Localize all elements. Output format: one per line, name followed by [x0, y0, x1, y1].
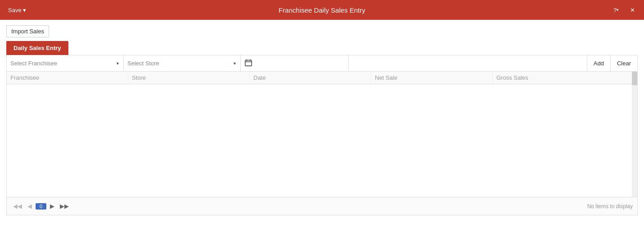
- close-icon: ✕: [630, 7, 635, 14]
- col-header-gross-sales: Gross Sales: [493, 72, 637, 84]
- toolbar-area: Import Sales: [6, 25, 638, 37]
- col-header-net-sale: Net Sale: [371, 72, 493, 84]
- import-sales-button[interactable]: Import Sales: [6, 25, 49, 37]
- no-items-text: No items to display: [587, 203, 633, 210]
- data-table: Franchisee Store Date Net Sale Gross Sal…: [6, 71, 638, 197]
- store-dropdown-icon: [233, 61, 237, 66]
- save-button[interactable]: Save ▾: [5, 5, 29, 15]
- next-page-button[interactable]: ▶: [48, 202, 56, 210]
- add-button[interactable]: Add: [587, 55, 611, 71]
- add-label: Add: [594, 60, 604, 67]
- header-title-container: Franchisee Daily Sales Entry: [279, 6, 365, 14]
- page-title: Franchisee Daily Sales Entry: [279, 6, 365, 14]
- calendar-icon: [244, 59, 252, 68]
- save-label: Save: [8, 7, 22, 14]
- tab-daily-sales-entry[interactable]: Daily Sales Entry: [6, 41, 68, 55]
- last-page-button[interactable]: ▶▶: [58, 202, 71, 210]
- col-header-date: Date: [250, 72, 371, 84]
- app-header: Save ▾ Franchisee Daily Sales Entry ? ▾ …: [0, 0, 644, 20]
- help-icon: ?: [613, 7, 617, 14]
- col-header-franchisee: Franchisee: [7, 72, 128, 84]
- prev-page-icon: ◀: [27, 203, 32, 210]
- help-caret: ▾: [617, 8, 619, 12]
- date-picker[interactable]: [241, 55, 349, 71]
- filter-action-buttons: Add Clear: [587, 55, 637, 71]
- table-header-row: Franchisee Store Date Net Sale Gross Sal…: [7, 72, 637, 84]
- store-select[interactable]: Select Store: [124, 55, 241, 71]
- franchisee-placeholder: Select Franchisee: [10, 60, 114, 67]
- pagination-controls: ◀◀ ◀ 0 ▶ ▶▶: [11, 202, 71, 210]
- header-right: ? ▾ ✕: [610, 4, 639, 16]
- scrollbar-thumb[interactable]: [632, 72, 637, 85]
- svg-rect-0: [245, 60, 252, 66]
- no-items-message: No items to display: [587, 203, 633, 210]
- clear-label: Clear: [617, 60, 631, 67]
- first-page-button[interactable]: ◀◀: [11, 202, 24, 210]
- last-page-icon: ▶▶: [60, 203, 69, 210]
- main-content: Import Sales Daily Sales Entry Select Fr…: [0, 20, 644, 221]
- tab-bar: Daily Sales Entry: [6, 41, 638, 55]
- clear-button[interactable]: Clear: [611, 55, 637, 71]
- prev-page-button[interactable]: ◀: [26, 202, 34, 210]
- scrollbar-track[interactable]: [632, 72, 637, 197]
- pagination-bar: ◀◀ ◀ 0 ▶ ▶▶ No items to display: [6, 197, 638, 215]
- help-button[interactable]: ? ▾: [610, 4, 622, 16]
- filter-row: Select Franchisee Select Store: [6, 55, 638, 71]
- tab-label: Daily Sales Entry: [14, 45, 61, 51]
- save-caret: ▾: [23, 7, 26, 14]
- franchisee-select[interactable]: Select Franchisee: [7, 55, 124, 71]
- close-button[interactable]: ✕: [626, 4, 639, 16]
- page-count: 0: [36, 203, 46, 210]
- import-sales-label: Import Sales: [11, 28, 44, 35]
- store-placeholder: Select Store: [127, 60, 231, 67]
- header-left: Save ▾: [5, 5, 29, 15]
- franchisee-dropdown-icon: [116, 61, 120, 66]
- table-body: [7, 84, 637, 192]
- col-header-store: Store: [128, 72, 250, 84]
- next-page-icon: ▶: [50, 203, 54, 210]
- first-page-icon: ◀◀: [13, 203, 22, 210]
